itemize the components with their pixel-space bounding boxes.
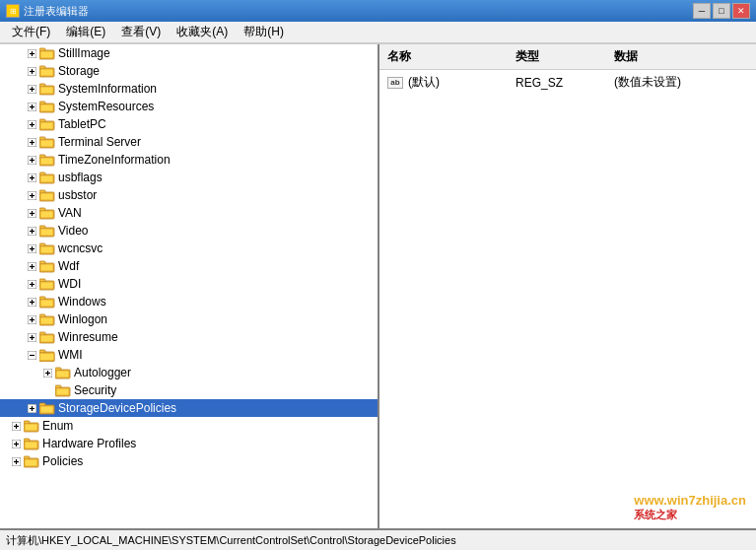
- title-bar: ⊞ 注册表编辑器 ─ □ ✕: [0, 0, 756, 22]
- tree-label-windows: Windows: [58, 295, 106, 309]
- tree-item-enum[interactable]: Enum: [0, 417, 378, 435]
- tree-item-usbstor[interactable]: usbstor: [0, 186, 378, 204]
- detail-cell-type-0: REG_SZ: [512, 74, 610, 92]
- tree-item-van[interactable]: VAN: [0, 204, 378, 222]
- tree-item-storage[interactable]: Storage: [0, 62, 378, 80]
- title-text: 注册表编辑器: [24, 4, 693, 19]
- detail-cell-name-0: ab(默认): [383, 72, 512, 93]
- svg-rect-10: [39, 66, 45, 69]
- tree-item-system-resources[interactable]: SystemResources: [0, 98, 378, 115]
- svg-rect-100: [39, 332, 45, 335]
- expander-system-information[interactable]: [24, 81, 39, 97]
- tree-item-security[interactable]: Security: [0, 381, 378, 399]
- tree-item-wdf[interactable]: Wdf: [0, 257, 378, 275]
- maximize-button[interactable]: □: [713, 3, 730, 19]
- title-icon: ⊞: [6, 4, 20, 18]
- tree-label-hardware-profiles: Hardware Profiles: [42, 437, 136, 450]
- tree-label-wmi: WMI: [58, 348, 83, 362]
- expander-terminal-server[interactable]: [24, 134, 39, 150]
- tree-label-van: VAN: [58, 206, 82, 220]
- svg-rect-126: [24, 421, 30, 424]
- tree-item-timezone-information[interactable]: TimeZoneInformation: [0, 151, 378, 169]
- folder-icon-storage: [39, 64, 55, 78]
- svg-rect-95: [40, 317, 53, 324]
- folder-icon-wcncsvc: [39, 241, 55, 255]
- svg-rect-65: [40, 229, 53, 236]
- minimize-button[interactable]: ─: [693, 3, 711, 19]
- svg-rect-88: [39, 297, 45, 300]
- close-button[interactable]: ✕: [732, 3, 750, 19]
- tree-item-still-image[interactable]: StillImage: [0, 44, 378, 62]
- svg-rect-138: [24, 456, 30, 459]
- folder-icon-video: [39, 224, 55, 238]
- menu-item-f[interactable]: 文件(F): [4, 22, 58, 42]
- tree-item-hardware-profiles[interactable]: Hardware Profiles: [0, 435, 378, 452]
- tree-item-system-information[interactable]: SystemInformation: [0, 80, 378, 98]
- tree-item-video[interactable]: Video: [0, 222, 378, 240]
- menu-item-a[interactable]: 收藏夹(A): [169, 22, 236, 42]
- tree-item-windows[interactable]: Windows: [0, 293, 378, 310]
- svg-rect-106: [39, 353, 54, 361]
- menu-item-v[interactable]: 查看(V): [113, 22, 169, 42]
- expander-windows[interactable]: [24, 294, 39, 309]
- tree-item-tabletpc[interactable]: TabletPC: [0, 115, 378, 133]
- expander-timezone-information[interactable]: [24, 152, 39, 168]
- tree-pane: StillImage Storage SystemInformation Sys…: [0, 44, 379, 528]
- tree-item-winlogon[interactable]: Winlogon: [0, 310, 378, 328]
- expander-winresume[interactable]: [24, 329, 39, 345]
- tree-item-autologger[interactable]: Autologger: [0, 364, 378, 381]
- expander-security: [39, 382, 55, 398]
- expander-still-image[interactable]: [24, 45, 39, 61]
- tree-item-wmi[interactable]: WMI: [0, 346, 378, 364]
- tree-item-storage-device-policies[interactable]: StorageDevicePolicies: [0, 399, 378, 417]
- folder-icon-security: [55, 383, 71, 397]
- tree-label-wdi: WDI: [58, 277, 81, 291]
- tree-item-winresume[interactable]: Winresume: [0, 328, 378, 346]
- tree-item-policies[interactable]: Policies: [0, 452, 378, 470]
- folder-icon-tabletpc: [39, 117, 55, 131]
- svg-rect-101: [40, 335, 53, 342]
- folder-icon-terminal-server: [39, 135, 55, 149]
- expander-usbstor[interactable]: [24, 187, 39, 203]
- svg-rect-4: [39, 48, 45, 51]
- status-text: 计算机\HKEY_LOCAL_MACHINE\SYSTEM\CurrentCon…: [6, 533, 456, 548]
- svg-rect-115: [56, 388, 69, 395]
- expander-wdi[interactable]: [24, 276, 39, 292]
- svg-rect-46: [39, 172, 45, 175]
- expander-storage[interactable]: [24, 63, 39, 79]
- tree-label-system-resources: SystemResources: [58, 100, 154, 113]
- detail-row-0[interactable]: ab(默认)REG_SZ(数值未设置): [379, 70, 756, 95]
- expander-system-resources[interactable]: [24, 99, 39, 114]
- expander-van[interactable]: [24, 205, 39, 221]
- svg-rect-83: [40, 282, 53, 289]
- expander-storage-device-policies[interactable]: [24, 400, 39, 416]
- expander-autologger[interactable]: [39, 365, 55, 380]
- tree-item-terminal-server[interactable]: Terminal Server: [0, 133, 378, 151]
- svg-rect-59: [40, 211, 53, 218]
- expander-policies[interactable]: [8, 453, 24, 469]
- svg-rect-35: [40, 140, 53, 147]
- tree-label-security: Security: [74, 383, 116, 397]
- expander-wcncsvc[interactable]: [24, 241, 39, 256]
- tree-item-wcncsvc[interactable]: wcncsvc: [0, 240, 378, 257]
- svg-rect-121: [40, 406, 53, 413]
- tree-item-usbflags[interactable]: usbflags: [0, 169, 378, 186]
- menu-item-e[interactable]: 编辑(E): [58, 22, 113, 42]
- expander-winlogon[interactable]: [24, 311, 39, 327]
- tree-item-wdi[interactable]: WDI: [0, 275, 378, 293]
- expander-tabletpc[interactable]: [24, 116, 39, 132]
- svg-rect-53: [40, 193, 53, 200]
- expander-hardware-profiles[interactable]: [8, 436, 24, 451]
- expander-video[interactable]: [24, 223, 39, 239]
- tree-label-winlogon: Winlogon: [58, 312, 107, 326]
- expander-enum[interactable]: [8, 418, 24, 434]
- expander-wdf[interactable]: [24, 258, 39, 274]
- detail-cell-data-0: (数值未设置): [610, 72, 752, 93]
- tree-label-wcncsvc: wcncsvc: [58, 241, 103, 255]
- expander-wmi[interactable]: [24, 347, 39, 363]
- svg-rect-23: [40, 104, 53, 111]
- menu-item-h[interactable]: 帮助(H): [236, 22, 292, 42]
- tree-label-usbflags: usbflags: [58, 171, 103, 184]
- expander-usbflags[interactable]: [24, 170, 39, 185]
- watermark-line2: 系统之家: [634, 508, 746, 522]
